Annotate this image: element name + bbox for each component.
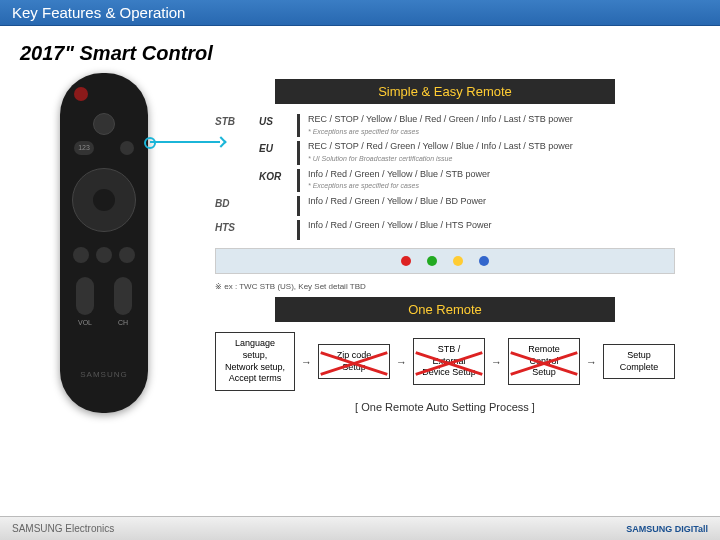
region-label xyxy=(259,196,297,198)
green-dot-icon xyxy=(427,256,437,266)
yellow-dot-icon xyxy=(453,256,463,266)
num-button: 123 xyxy=(74,141,94,155)
slide-header: Key Features & Operation xyxy=(0,0,720,26)
banner-simple-easy: Simple & Easy Remote xyxy=(275,79,615,104)
flow-step: SetupComplete xyxy=(603,344,675,379)
footer-left: SAMSUNG Electronics xyxy=(12,523,114,534)
flow-step: STB / ExternalDevice Setup xyxy=(413,338,485,385)
slide-footer: SAMSUNG Electronics SAMSUNG DIGITall xyxy=(0,516,720,540)
setup-flow: Language setup,Network setup,Accept term… xyxy=(215,332,675,391)
vol-label: VOL xyxy=(78,319,92,326)
blue-dot-icon xyxy=(479,256,489,266)
divider xyxy=(297,196,300,216)
divider xyxy=(297,220,300,240)
callout-line xyxy=(150,141,220,143)
table-row: STBUSREC / STOP / Yellow / Blue / Red / … xyxy=(215,114,675,137)
feature-table: STBUSREC / STOP / Yellow / Blue / Red / … xyxy=(215,114,675,240)
region-label: US xyxy=(259,114,297,127)
arrow-icon: → xyxy=(396,356,407,368)
flow-step: RemoteControlSetup xyxy=(508,338,580,385)
dpad-icon xyxy=(72,168,136,232)
table-row: BDInfo / Red / Green / Yellow / Blue / B… xyxy=(215,196,675,216)
slide-subtitle: 2017" Smart Control xyxy=(0,26,720,73)
region-label: KOR xyxy=(259,169,297,182)
extra-button-icon xyxy=(120,141,134,155)
description: REC / STOP / Red / Green / Yellow / Blue… xyxy=(308,141,675,164)
description: Info / Red / Green / Yellow / Blue / HTS… xyxy=(308,220,675,232)
flow-caption: [ One Remote Auto Setting Process ] xyxy=(215,401,675,413)
ch-label: CH xyxy=(118,319,128,326)
table-row: HTSInfo / Red / Green / Yellow / Blue / … xyxy=(215,220,675,240)
region-label: EU xyxy=(259,141,297,154)
divider xyxy=(297,114,300,137)
flow-step: Zip codeSetup xyxy=(318,344,390,379)
red-dot-icon xyxy=(401,256,411,266)
icon-bar xyxy=(215,248,675,274)
mic-button-icon xyxy=(93,113,115,135)
remote-illustration: 123 VOL CH SAMSUNG xyxy=(60,73,148,413)
arrow-icon: → xyxy=(586,356,597,368)
channel-rocker-icon xyxy=(114,277,132,315)
table-row: KORInfo / Red / Green / Yellow / Blue / … xyxy=(215,169,675,192)
category-label: HTS xyxy=(215,220,259,233)
description: REC / STOP / Yellow / Blue / Red / Green… xyxy=(308,114,675,137)
banner-one-remote: One Remote xyxy=(275,297,615,322)
category-label xyxy=(215,141,259,143)
category-label: BD xyxy=(215,196,259,209)
region-label xyxy=(259,220,297,222)
flow-step: Language setup,Network setup,Accept term… xyxy=(215,332,295,391)
category-label xyxy=(215,169,259,171)
category-label: STB xyxy=(215,114,259,127)
volume-rocker-icon xyxy=(76,277,94,315)
description: Info / Red / Green / Yellow / Blue / BD … xyxy=(308,196,675,208)
arrow-icon: → xyxy=(301,356,312,368)
brand-label: SAMSUNG xyxy=(60,370,148,379)
description: Info / Red / Green / Yellow / Blue / STB… xyxy=(308,169,675,192)
footnote: ※ ex : TWC STB (US), Key Set detail TBD xyxy=(215,282,675,291)
control-row xyxy=(60,247,148,263)
right-panel: Simple & Easy Remote STBUSREC / STOP / Y… xyxy=(215,73,675,413)
power-button-icon xyxy=(74,87,88,101)
footer-logo: SAMSUNG DIGITall xyxy=(626,524,708,534)
arrow-icon: → xyxy=(491,356,502,368)
divider xyxy=(297,141,300,164)
table-row: EUREC / STOP / Red / Green / Yellow / Bl… xyxy=(215,141,675,164)
divider xyxy=(297,169,300,192)
